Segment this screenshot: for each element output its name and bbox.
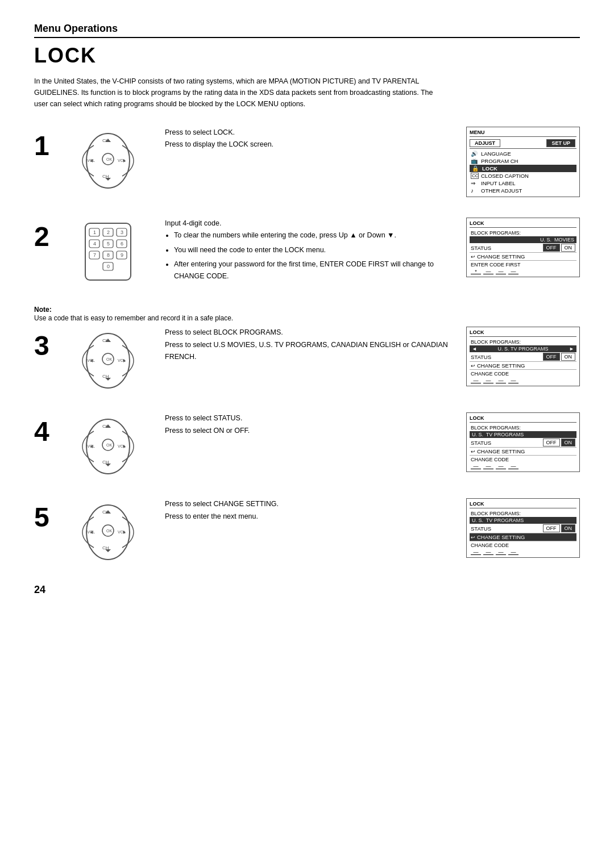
step3-code-dots: — — — — [471, 378, 575, 383]
step2-on-btn: ON [561, 244, 576, 252]
step-5-instruction-2: Press to enter the next menu. [165, 511, 455, 523]
step-1-instruction-2: Press to display the LOCK screen. [165, 139, 455, 151]
step4-change-icon: ↩ [471, 449, 475, 454]
svg-text:4: 4 [93, 241, 96, 247]
step-2-li-1: To clear the numbers while entering the … [174, 229, 455, 241]
step-1-number: 1 [34, 132, 63, 160]
step-2-li-3: After entering your password for the fir… [174, 258, 455, 283]
step4-screen-title: LOCK [470, 415, 576, 423]
step3-program-selected: ◄U. S. TV PROGRAMS► [470, 345, 576, 352]
step-2-instruction-0: Input 4-digit code. [165, 218, 455, 229]
step5-enter-code: CHANGE CODE — — — — [470, 541, 576, 555]
step-5-number: 5 [34, 504, 63, 531]
step1-menu-program-ch: 📺 PROGRAM CH [470, 157, 576, 165]
step5-off-btn: OFF [543, 524, 560, 532]
step1-tab-adjust: ADJUST [470, 139, 500, 147]
step3-on-btn: ON [561, 353, 576, 361]
step5-status-row: STATUS OFF ON [470, 524, 576, 533]
step-5-instruction-1: Press to select CHANGE SETTING. [165, 498, 455, 510]
step4-block-label: BLOCK PROGRAMS: [470, 424, 576, 431]
svg-marker-64 [105, 549, 111, 552]
svg-text:0: 0 [107, 264, 110, 269]
svg-text:6: 6 [121, 241, 123, 247]
svg-marker-42 [105, 378, 111, 381]
svg-text:8: 8 [107, 252, 110, 258]
step5-change-icon: ↩ [471, 535, 475, 540]
step5-block-label: BLOCK PROGRAMS: [470, 510, 576, 517]
step-5-row: 5 CH OK VOL VOL CH Press to select CHANG… [34, 498, 580, 564]
svg-text:1: 1 [93, 229, 96, 235]
section-header: Menu Operations [34, 23, 580, 38]
step1-menu-closed-caption: CC CLOSED CAPTION [470, 172, 576, 180]
adjust-icon: ♪ [471, 187, 479, 194]
note-text: Use a code that is easy to remember and … [34, 314, 233, 322]
svg-text:OK: OK [106, 443, 112, 447]
step5-program-selected: U. S. TV PROGRAMS [470, 517, 576, 524]
svg-text:OK: OK [106, 157, 112, 161]
intro-text: In the United States, the V-CHIP consist… [34, 76, 443, 110]
step3-status-row: STATUS OFF ON [470, 352, 576, 361]
step2-status-buttons: OFF ON [543, 244, 576, 252]
step-3-row: 3 CH OK VOL VOL CH Press to select BLOCK… [34, 327, 580, 392]
page-title: LOCK [34, 44, 580, 68]
step2-program-selected: U. S. MOVIES [470, 236, 576, 243]
step-1-screen: MENU ADJUST SET UP 🔊 LANGUAGE 📺 PROGRAM … [466, 127, 580, 197]
step2-block-programs-label: BLOCK PROGRAMS: [470, 229, 576, 236]
step1-menu-lock: 🔒 LOCK [470, 165, 576, 172]
step3-off-btn: OFF [543, 353, 560, 361]
step-4-screen: LOCK BLOCK PROGRAMS: U. S. TV PROGRAMS S… [466, 412, 580, 472]
language-icon: 🔊 [471, 151, 479, 157]
step-2-number: 2 [34, 223, 63, 251]
svg-text:OK: OK [106, 357, 112, 361]
step-3-instruction-1: Press to select BLOCK PROGRAMS. [165, 327, 455, 339]
step3-screen-title: LOCK [470, 329, 576, 337]
svg-marker-53 [105, 464, 111, 466]
svg-text:3: 3 [121, 229, 123, 235]
step-1-text: Press to select LOCK. Press to display t… [154, 127, 455, 151]
step5-change-setting: ↩ CHANGE SETTING [470, 533, 576, 541]
step4-code-dots: — — — — [471, 464, 575, 469]
svg-marker-10 [105, 178, 111, 181]
step4-off-btn: OFF [543, 439, 560, 446]
step-3-instruction-2: Press to select U.S MOVIES, U.S. TV PROG… [165, 339, 455, 364]
page-number: 24 [34, 584, 580, 596]
step-4-instruction-1: Press to select STATUS. [165, 412, 455, 424]
step2-change-setting: ↩ CHANGE SETTING [470, 252, 576, 260]
note-section: Note: Use a code that is easy to remembe… [34, 305, 580, 322]
step-5-diagram: CH OK VOL VOL CH [63, 501, 154, 564]
step-2-li-2: You will need the code to enter the LOCK… [174, 244, 455, 256]
lock-icon: 🔒 [472, 165, 480, 172]
step-5-screen: LOCK BLOCK PROGRAMS: U. S. TV PROGRAMS S… [466, 498, 580, 558]
section-title: Menu Operations [34, 23, 580, 35]
step3-enter-code: CHANGE CODE — — — — [470, 369, 576, 383]
step2-enter-code: ENTER CODE FIRST * — — — [470, 260, 576, 274]
svg-text:7: 7 [93, 252, 96, 258]
input-icon: ⇒ [471, 180, 479, 186]
step-2-list: To clear the numbers while entering the … [174, 229, 455, 282]
change-setting-icon: ↩ [471, 254, 475, 260]
step-3-screen: LOCK BLOCK PROGRAMS: ◄U. S. TV PROGRAMS►… [466, 327, 580, 386]
svg-text:OK: OK [106, 529, 112, 533]
step-1-instruction-1: Press to select LOCK. [165, 127, 455, 139]
svg-text:2: 2 [107, 229, 110, 235]
step-1-diagram: CH OK VOL VOL CH [63, 130, 154, 192]
step5-on-btn: ON [561, 524, 576, 532]
step-3-text: Press to select BLOCK PROGRAMS. Press to… [154, 327, 455, 363]
step4-program-selected: U. S. TV PROGRAMS [470, 431, 576, 438]
step2-off-btn: OFF [543, 244, 560, 252]
step-2-row: 2 1 2 3 4 5 6 7 8 9 [34, 218, 580, 285]
step-2-screen: LOCK BLOCK PROGRAMS: U. S. MOVIES STATUS… [466, 218, 580, 277]
cc-icon: CC [471, 173, 479, 179]
svg-text:9: 9 [121, 252, 123, 258]
step4-on-btn: ON [561, 439, 576, 446]
step-4-number: 4 [34, 418, 63, 445]
step-5-text: Press to select CHANGE SETTING. Press to… [154, 498, 455, 523]
step5-screen-title: LOCK [470, 501, 576, 508]
program-icon: 📺 [471, 158, 479, 164]
step4-enter-code: CHANGE CODE — — — — [470, 455, 576, 469]
step1-tabs: ADJUST SET UP [470, 139, 576, 149]
step5-code-dots: — — — — [471, 549, 575, 555]
step2-screen-title: LOCK [470, 220, 576, 228]
step-4-text: Press to select STATUS. Press to select … [154, 412, 455, 437]
step3-block-label: BLOCK PROGRAMS: [470, 339, 576, 345]
